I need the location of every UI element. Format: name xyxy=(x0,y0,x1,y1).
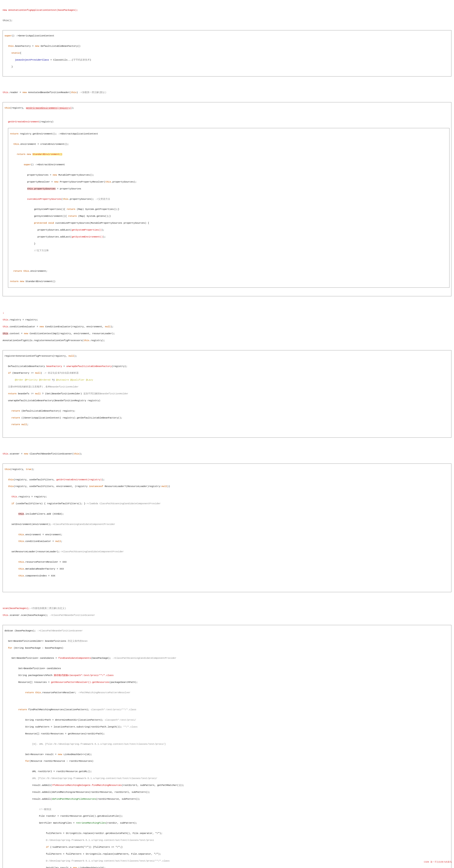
do-scan-block: doScan (basePackages); ->ClassPathBeanDe… xyxy=(3,625,451,868)
line-2: this(); xyxy=(3,19,451,23)
get-or-create-block: return registry.getEnvironment(); ->Abst… xyxy=(8,128,450,288)
reader-block: this(registry, getOrCreateEnvironment(re… xyxy=(3,102,451,296)
super-block: super() ->GenericApplicationContext this… xyxy=(3,30,451,76)
line-1: new AnnotationConfigApplicationContext(b… xyxy=(3,9,451,12)
watermark: CSDN 某一不注在努力的菜鸟 xyxy=(424,861,452,864)
scanner-block: this(registry, true); this(registry, use… xyxy=(3,464,451,592)
code-content: new AnnotationConfigApplicationContext(b… xyxy=(3,2,451,868)
register-processors-block: registerAnnotationConfigProcessors(regis… xyxy=(3,350,451,438)
